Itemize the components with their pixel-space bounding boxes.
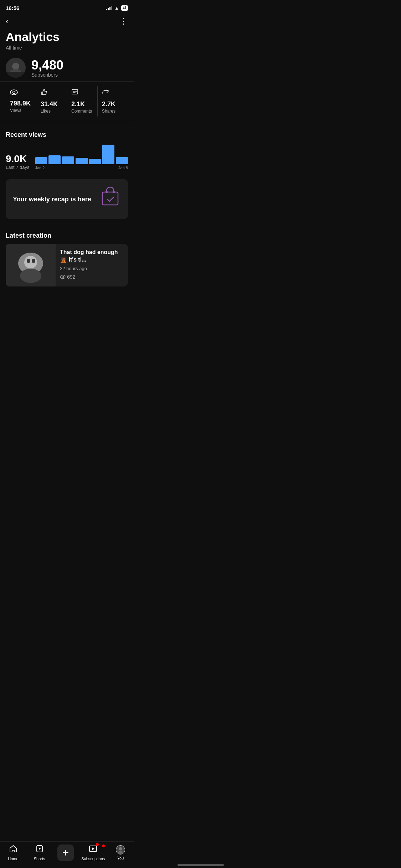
avatar: [6, 58, 26, 78]
svg-rect-3: [6, 72, 26, 78]
chart-bar: [102, 145, 114, 164]
video-thumbnail: [6, 244, 56, 286]
views-label: Views: [10, 108, 21, 113]
video-info: That dog had enough 🤦🏾 It's ti... 22 hou…: [56, 244, 128, 286]
status-time: 16:56: [6, 5, 19, 11]
recap-icon: [99, 186, 121, 212]
svg-point-14: [27, 259, 30, 263]
shares-icon: [102, 89, 109, 98]
svg-point-13: [24, 256, 37, 269]
svg-point-15: [32, 259, 35, 263]
comments-icon: [71, 89, 78, 98]
wifi-icon: ▲: [114, 5, 119, 11]
svg-point-5: [13, 91, 15, 94]
top-navigation: ‹ ⋮: [0, 14, 134, 30]
latest-creation-section: Latest creation That dog had enough: [0, 225, 134, 290]
likes-label: Likes: [41, 109, 51, 114]
page-subtitle: All time: [0, 43, 134, 51]
video-card[interactable]: That dog had enough 🤦🏾 It's ti... 22 hou…: [6, 244, 128, 286]
svg-point-4: [10, 90, 17, 95]
recap-text: Your weekly recap is here: [13, 196, 95, 203]
svg-rect-7: [72, 89, 78, 94]
svg-point-1: [12, 63, 19, 70]
svg-rect-8: [102, 192, 118, 205]
back-button[interactable]: ‹: [6, 17, 8, 26]
chart-bar: [35, 157, 47, 164]
subscriber-label: Subscribers: [31, 72, 63, 78]
subscriber-count: 9,480: [31, 58, 63, 72]
chart-bar: [116, 157, 128, 164]
video-title: That dog had enough 🤦🏾 It's ti...: [60, 249, 124, 264]
recent-views-section: Recent views 9.0K Last 7 days Jan 2 Jan …: [0, 124, 134, 174]
chart-bar: [89, 159, 101, 164]
svg-point-18: [62, 276, 64, 278]
chart-label-left: Jan 2: [35, 166, 45, 170]
page-title: Analytics: [0, 30, 134, 43]
recent-views-period: Last 7 days: [6, 165, 30, 170]
chart-label-right: Jan 8: [118, 166, 128, 170]
svg-rect-6: [41, 92, 43, 94]
channel-section: 9,480 Subscribers: [0, 51, 134, 81]
recent-views-value: 9.0K: [6, 153, 30, 165]
signal-icon: [106, 6, 112, 10]
svg-point-17: [60, 275, 65, 279]
chart-bar: [62, 156, 74, 164]
status-icons: ▲ 41: [106, 5, 128, 11]
recent-views-title: Recent views: [6, 131, 128, 139]
likes-stat: 31.4K Likes: [36, 86, 67, 117]
video-views: 692: [60, 274, 124, 280]
shares-stat: 2.7K Shares: [98, 86, 128, 117]
status-bar: 16:56 ▲ 41: [0, 0, 134, 14]
weekly-recap-card[interactable]: Your weekly recap is here: [6, 179, 128, 219]
likes-icon: [41, 89, 48, 98]
latest-creation-title: Latest creation: [6, 232, 128, 239]
views-icon: [10, 89, 18, 97]
shares-label: Shares: [102, 109, 115, 114]
likes-value: 31.4K: [41, 100, 58, 108]
comments-value: 2.1K: [71, 100, 85, 108]
chart-bar: [76, 158, 88, 164]
views-chart: Jan 2 Jan 8: [35, 143, 128, 170]
more-options-button[interactable]: ⋮: [120, 17, 128, 26]
views-stat: 798.9K Views: [6, 86, 36, 117]
svg-point-9: [106, 191, 108, 193]
chart-bar: [48, 155, 61, 164]
comments-stat: 2.1K Comments: [67, 86, 98, 117]
views-value: 798.9K: [10, 100, 31, 107]
svg-point-16: [20, 269, 41, 283]
chart-bars: [35, 143, 128, 164]
svg-point-10: [113, 191, 115, 193]
video-time: 22 hours ago: [60, 266, 124, 271]
battery-indicator: 41: [121, 5, 128, 11]
shares-value: 2.7K: [102, 100, 115, 108]
comments-label: Comments: [71, 109, 92, 114]
stats-row: 798.9K Views 31.4K Likes 2.1K Comments: [0, 81, 134, 121]
